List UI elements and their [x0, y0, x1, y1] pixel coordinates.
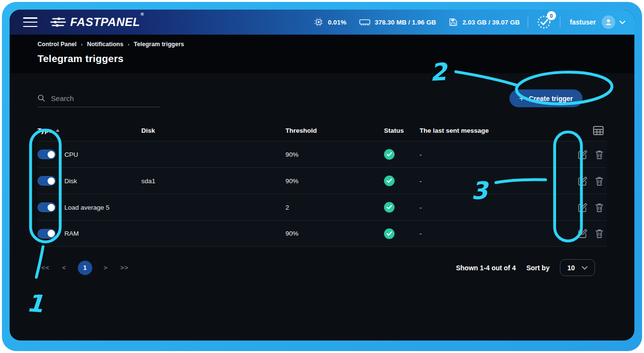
disk-cell: sda1	[141, 177, 285, 185]
shown-count-label: Shown 1-4 out of 4	[456, 264, 516, 272]
tasks-count-badge: 0	[547, 11, 556, 20]
menu-icon[interactable]	[23, 17, 37, 27]
chevron-down-icon	[582, 266, 588, 270]
delete-button[interactable]	[595, 176, 604, 186]
breadcrumb-notifications[interactable]: Notifications	[87, 41, 124, 48]
page-header: Control Panel › Notifications › Telegram…	[10, 35, 634, 73]
cpu-stat: 0.01%	[314, 17, 346, 27]
disk-icon	[448, 17, 458, 27]
disk-stat: 2.03 GB / 39.07 GB	[448, 17, 520, 27]
logo-text: FASTPANEL®	[70, 15, 144, 29]
background-tasks-button[interactable]: 0	[536, 14, 552, 30]
status-ok-icon	[384, 176, 395, 186]
cpu-value: 0.01%	[328, 19, 346, 26]
last-message-cell: -	[420, 177, 565, 185]
row-enable-toggle[interactable]	[37, 150, 56, 159]
search-box	[37, 94, 161, 107]
table-header-row: Type Disk Threshold Status The last sent…	[37, 120, 607, 141]
cpu-icon	[314, 17, 323, 27]
column-settings[interactable]	[565, 126, 607, 135]
last-message-cell: -	[420, 230, 565, 237]
window-frame: FASTPANEL® 0.01%	[2, 2, 642, 351]
topbar-divider	[528, 17, 528, 27]
pagination-prev-button[interactable]: <	[58, 262, 70, 273]
breadcrumb-separator: ›	[128, 41, 130, 47]
search-input[interactable]	[51, 94, 161, 102]
page-title: Telegram triggers	[37, 53, 607, 64]
table-row: Load average 5 2 -	[37, 194, 607, 220]
trigger-type-label: CPU	[64, 151, 78, 158]
column-header-threshold[interactable]: Threshold	[285, 127, 384, 134]
breadcrumb-separator: ›	[81, 41, 83, 47]
pagination-next-button[interactable]: >	[100, 262, 112, 273]
create-trigger-button[interactable]: + Create trigger	[509, 89, 582, 107]
threshold-cell: 90%	[285, 177, 384, 185]
column-header-status[interactable]: Status	[384, 127, 420, 134]
status-ok-icon	[384, 228, 395, 239]
edit-button[interactable]	[578, 228, 588, 239]
table-row: RAM 90% -	[37, 220, 607, 247]
ram-value: 378.30 MB / 1.96 GB	[375, 19, 436, 26]
main-content: + Create trigger Type Disk Threshold Sta…	[10, 73, 634, 276]
search-icon	[37, 94, 45, 102]
plus-icon: +	[519, 94, 524, 103]
row-enable-toggle[interactable]	[37, 202, 56, 212]
pagination: << < 1 > >>	[37, 261, 133, 275]
threshold-cell: 90%	[285, 151, 384, 158]
username-label[interactable]: fastuser	[570, 18, 596, 26]
column-header-last-message[interactable]: The last sent message	[420, 127, 565, 134]
status-ok-icon	[384, 149, 395, 160]
breadcrumb: Control Panel › Notifications › Telegram…	[37, 41, 607, 48]
threshold-cell: 2	[285, 204, 384, 211]
row-enable-toggle[interactable]	[37, 176, 56, 186]
trigger-type-label: RAM	[64, 230, 79, 237]
triggers-table: Type Disk Threshold Status The last sent…	[37, 120, 607, 247]
sort-by-label: Sort by	[526, 264, 549, 272]
user-menu-chevron-icon[interactable]	[619, 20, 626, 25]
edit-button[interactable]	[578, 176, 588, 186]
trigger-type-label: Load average 5	[64, 204, 110, 211]
table-row: Disk sda1 90% -	[37, 167, 607, 194]
trigger-type-label: Disk	[64, 177, 77, 185]
column-header-type[interactable]: Type	[37, 127, 141, 134]
delete-button[interactable]	[595, 150, 604, 160]
edit-button[interactable]	[578, 202, 588, 213]
pagination-last-button[interactable]: >>	[116, 262, 132, 273]
delete-button[interactable]	[595, 202, 604, 213]
status-ok-icon	[384, 202, 395, 213]
logo-equalizer-icon	[50, 17, 66, 27]
column-header-disk[interactable]: Disk	[141, 127, 285, 134]
logo[interactable]: FASTPANEL®	[50, 15, 144, 29]
page-size-select[interactable]: 10	[560, 259, 595, 276]
ram-icon	[359, 18, 371, 26]
sort-asc-icon	[56, 129, 60, 132]
server-stats: 0.01% 378.30 MB / 1.96 GB	[314, 17, 520, 27]
pagination-current-page[interactable]: 1	[78, 261, 92, 275]
row-enable-toggle[interactable]	[37, 229, 56, 239]
table-columns-icon	[593, 126, 604, 135]
last-message-cell: -	[420, 151, 565, 158]
edit-button[interactable]	[578, 150, 588, 160]
ram-stat: 378.30 MB / 1.96 GB	[359, 18, 436, 26]
disk-value: 2.03 GB / 39.07 GB	[462, 19, 520, 26]
registered-mark: ®	[140, 12, 144, 17]
topbar-divider	[560, 17, 560, 27]
breadcrumb-telegram-triggers[interactable]: Telegram triggers	[134, 41, 184, 48]
threshold-cell: 90%	[285, 230, 384, 237]
last-message-cell: -	[420, 204, 565, 211]
avatar[interactable]	[602, 15, 615, 29]
pagination-first-button[interactable]: <<	[37, 262, 53, 273]
breadcrumb-control-panel[interactable]: Control Panel	[37, 41, 76, 48]
delete-button[interactable]	[595, 228, 604, 239]
app-window: FASTPANEL® 0.01%	[10, 10, 634, 340]
table-footer: << < 1 > >> Shown 1-4 out of 4 Sort by 1…	[37, 259, 607, 276]
table-row: CPU 90% -	[37, 141, 607, 167]
top-bar: FASTPANEL® 0.01%	[10, 10, 634, 35]
user-icon	[605, 18, 612, 26]
